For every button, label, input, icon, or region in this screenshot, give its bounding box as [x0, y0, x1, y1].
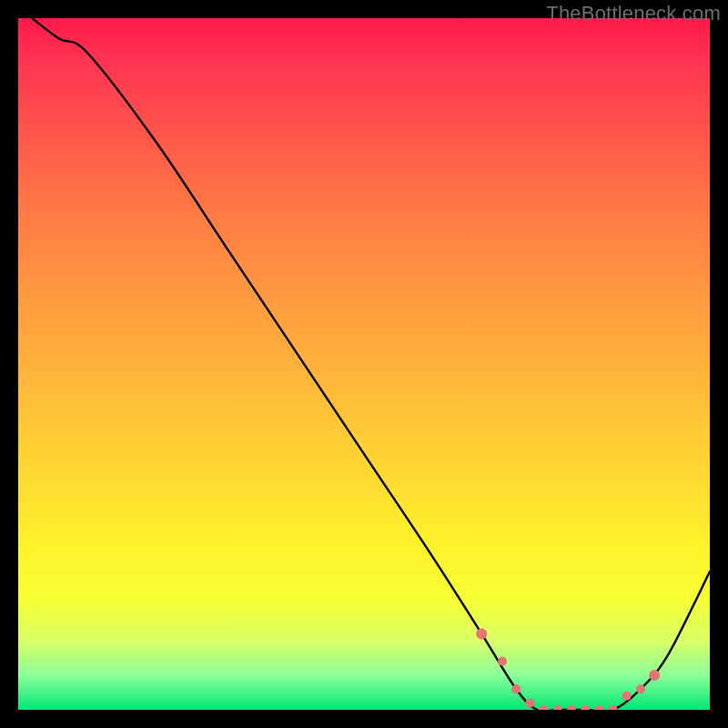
highlight-dot — [498, 657, 507, 666]
chart-svg — [18, 18, 710, 710]
highlight-dot — [553, 705, 562, 710]
highlight-dot — [609, 705, 618, 710]
highlight-dot — [567, 705, 576, 710]
highlight-dot — [525, 698, 534, 707]
highlight-dot — [636, 684, 645, 693]
chart-frame — [18, 18, 710, 710]
watermark-text: TheBottleneck.com — [546, 2, 721, 25]
plot-area — [18, 18, 710, 710]
highlight-dot — [511, 684, 521, 693]
highlight-dot — [540, 705, 549, 710]
highlight-dot — [476, 628, 487, 639]
highlight-dot — [581, 705, 590, 710]
bottleneck-curve — [32, 18, 710, 710]
highlight-dot — [594, 705, 603, 710]
highlight-dot — [649, 670, 660, 681]
highlight-dot — [622, 692, 632, 701]
